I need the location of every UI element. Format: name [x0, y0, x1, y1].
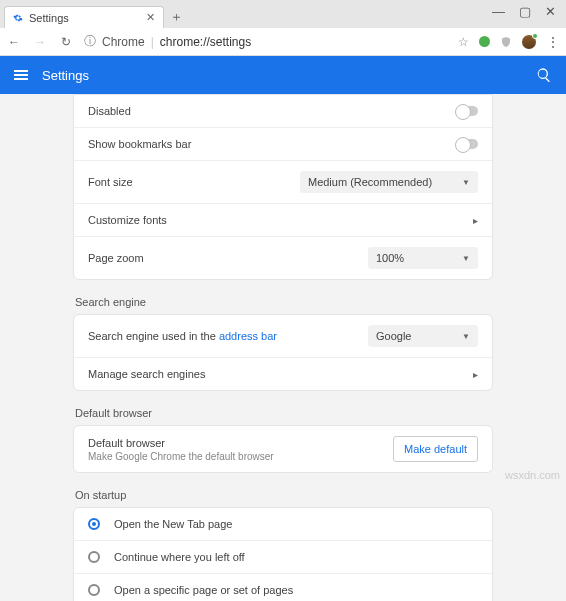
startup-card: Open the New Tab page Continue where you… — [73, 507, 493, 601]
page-title: Settings — [42, 68, 89, 83]
window-maximize-icon[interactable]: ▢ — [519, 4, 531, 19]
browser-tab-settings[interactable]: Settings ✕ — [4, 6, 164, 28]
section-default-browser: Default browser — [75, 407, 493, 419]
select-font-size[interactable]: Medium (Recommended) ▼ — [300, 171, 478, 193]
default-browser-subtitle: Make Google Chrome the default browser — [88, 451, 274, 462]
row-search-engine[interactable]: Search engine used in the address bar Go… — [74, 315, 492, 357]
section-on-startup: On startup — [75, 489, 493, 501]
section-search-engine: Search engine — [75, 296, 493, 308]
row-manage-search-engines[interactable]: Manage search engines ▸ — [74, 357, 492, 390]
radio-newtab[interactable] — [88, 518, 100, 530]
tab-title: Settings — [29, 12, 69, 24]
select-page-zoom[interactable]: 100% ▼ — [368, 247, 478, 269]
row-startup-specific[interactable]: Open a specific page or set of pages — [74, 573, 492, 601]
browser-toolbar: ← → ↻ ⓘ Chrome | chrome://settings ☆ ⋮ — [0, 28, 566, 56]
site-info-icon[interactable]: ⓘ — [84, 33, 96, 50]
row-page-zoom[interactable]: Page zoom 100% ▼ — [74, 236, 492, 279]
select-search-engine[interactable]: Google ▼ — [368, 325, 478, 347]
profile-avatar[interactable] — [522, 35, 536, 49]
tab-strip: Settings ✕ ＋ — [0, 0, 566, 28]
label-font-size: Font size — [88, 176, 133, 188]
label-disabled: Disabled — [88, 105, 131, 117]
back-button[interactable]: ← — [6, 35, 22, 49]
caret-down-icon: ▼ — [462, 332, 470, 341]
label-search-engine: Search engine used in the address bar — [88, 330, 277, 342]
address-bar[interactable]: ⓘ Chrome | chrome://settings — [84, 33, 448, 50]
caret-down-icon: ▼ — [462, 178, 470, 187]
row-disabled[interactable]: Disabled — [74, 95, 492, 127]
make-default-button[interactable]: Make default — [393, 436, 478, 462]
label-startup-newtab: Open the New Tab page — [114, 518, 232, 530]
chevron-right-icon: ▸ — [473, 369, 478, 380]
settings-header: Settings — [0, 56, 566, 94]
forward-button[interactable]: → — [32, 35, 48, 49]
row-font-size[interactable]: Font size Medium (Recommended) ▼ — [74, 160, 492, 203]
label-bookmarks: Show bookmarks bar — [88, 138, 191, 150]
browser-menu-icon[interactable]: ⋮ — [546, 35, 560, 49]
radio-specific[interactable] — [88, 584, 100, 596]
row-customize-fonts[interactable]: Customize fonts ▸ — [74, 203, 492, 236]
toggle-disabled[interactable] — [456, 106, 478, 116]
url-scheme: Chrome — [102, 35, 145, 49]
settings-content: Disabled Show bookmarks bar Font size Me… — [0, 94, 566, 601]
page-zoom-value: 100% — [376, 252, 404, 264]
menu-icon[interactable] — [14, 70, 28, 80]
search-icon[interactable] — [536, 67, 552, 83]
default-browser-card: Default browser Make Google Chrome the d… — [73, 425, 493, 473]
appearance-card: Disabled Show bookmarks bar Font size Me… — [73, 94, 493, 280]
bookmark-star-icon[interactable]: ☆ — [458, 35, 469, 49]
chevron-right-icon: ▸ — [473, 215, 478, 226]
search-engine-card: Search engine used in the address bar Go… — [73, 314, 493, 391]
radio-continue[interactable] — [88, 551, 100, 563]
label-startup-specific: Open a specific page or set of pages — [114, 584, 293, 596]
toggle-bookmarks[interactable] — [456, 139, 478, 149]
reload-button[interactable]: ↻ — [58, 35, 74, 49]
default-browser-title: Default browser — [88, 437, 274, 449]
row-startup-continue[interactable]: Continue where you left off — [74, 540, 492, 573]
search-engine-value: Google — [376, 330, 411, 342]
label-manage-search: Manage search engines — [88, 368, 205, 380]
row-startup-newtab[interactable]: Open the New Tab page — [74, 508, 492, 540]
row-bookmarks-bar[interactable]: Show bookmarks bar — [74, 127, 492, 160]
caret-down-icon: ▼ — [462, 254, 470, 263]
address-bar-link[interactable]: address bar — [219, 330, 277, 342]
label-startup-continue: Continue where you left off — [114, 551, 245, 563]
gear-icon — [13, 13, 23, 23]
tab-close-icon[interactable]: ✕ — [146, 11, 155, 24]
font-size-value: Medium (Recommended) — [308, 176, 432, 188]
url-path: chrome://settings — [160, 35, 251, 49]
shield-icon[interactable] — [500, 35, 512, 49]
window-minimize-icon[interactable]: — — [492, 4, 505, 19]
watermark: wsxdn.com — [505, 469, 560, 481]
row-default-browser: Default browser Make Google Chrome the d… — [74, 426, 492, 472]
label-page-zoom: Page zoom — [88, 252, 144, 264]
window-close-icon[interactable]: ✕ — [545, 4, 556, 19]
new-tab-button[interactable]: ＋ — [170, 6, 183, 28]
extension-icon[interactable] — [479, 36, 490, 47]
label-customize-fonts: Customize fonts — [88, 214, 167, 226]
